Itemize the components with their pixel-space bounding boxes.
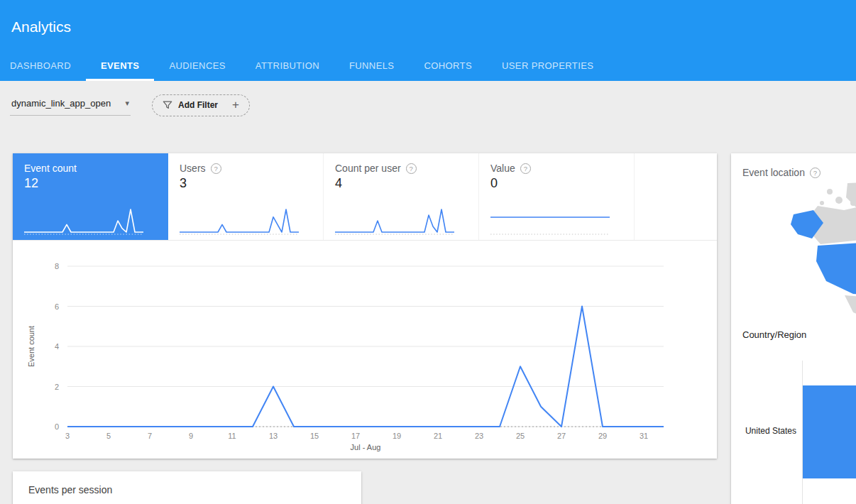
arctic-island-shape xyxy=(835,197,843,204)
app-header: Analytics DASHBOARD EVENTS AUDIENCES ATT… xyxy=(0,0,856,81)
arctic-island-shape xyxy=(827,189,833,195)
svg-text:9: 9 xyxy=(189,432,193,440)
united-states-shape xyxy=(816,241,856,298)
svg-text:15: 15 xyxy=(310,432,319,440)
metric-label: Users xyxy=(180,163,206,174)
metric-tabs: Event count ? 12 Users ? 3 Count per use… xyxy=(13,153,717,241)
svg-text:27: 27 xyxy=(557,432,566,440)
metric-label: Event count xyxy=(24,163,77,174)
metric-label: Value xyxy=(490,163,515,174)
metric-tab-count-per-user[interactable]: Count per user ? 4 xyxy=(324,153,479,240)
filter-bar: dynamic_link_app_open ▾ Add Filter + xyxy=(0,81,856,116)
tab-user-properties[interactable]: USER PROPERTIES xyxy=(487,52,608,81)
sparkline-chart xyxy=(178,203,312,236)
svg-text:31: 31 xyxy=(640,432,648,440)
add-filter-label: Add Filter xyxy=(178,100,218,110)
svg-text:0: 0 xyxy=(55,422,59,431)
metric-tab-users[interactable]: Users ? 3 xyxy=(168,153,324,240)
metric-value: 0 xyxy=(490,176,622,191)
svg-text:19: 19 xyxy=(393,432,401,440)
help-icon[interactable]: ? xyxy=(211,163,221,174)
header-tabs: DASHBOARD EVENTS AUDIENCES ATTRIBUTION F… xyxy=(0,52,608,81)
page: Analytics DASHBOARD EVENTS AUDIENCES ATT… xyxy=(0,0,856,116)
tab-cohorts[interactable]: COHORTS xyxy=(409,52,487,81)
event-count-line-chart: 0246835791113151719212325272931Jul - Aug… xyxy=(13,241,717,459)
tab-attribution[interactable]: ATTRIBUTION xyxy=(241,52,334,81)
metric-value: 3 xyxy=(180,176,312,191)
event-location-title: Event location xyxy=(742,167,805,178)
svg-text:21: 21 xyxy=(434,432,442,440)
help-icon[interactable]: ? xyxy=(810,168,821,178)
country-region-label: Country/Region xyxy=(742,329,806,340)
add-filter-button[interactable]: Add Filter + xyxy=(152,94,250,116)
page-title: Analytics xyxy=(0,0,856,35)
united-states-bar[interactable] xyxy=(803,385,856,478)
event-location-card: Event location ? Country/Region United S… xyxy=(731,153,856,504)
filter-icon xyxy=(163,100,172,110)
arctic-island-shape xyxy=(850,200,856,206)
event-selector-value: dynamic_link_app_open xyxy=(11,98,111,109)
metric-value: 4 xyxy=(335,176,467,191)
svg-text:7: 7 xyxy=(148,432,152,440)
tab-dashboard[interactable]: DASHBOARD xyxy=(0,52,86,81)
event-selector-dropdown[interactable]: dynamic_link_app_open ▾ xyxy=(10,95,131,116)
plus-icon: + xyxy=(232,98,239,112)
svg-text:Jul - Aug: Jul - Aug xyxy=(351,443,381,451)
svg-text:13: 13 xyxy=(269,432,278,440)
svg-text:11: 11 xyxy=(228,432,236,440)
svg-text:6: 6 xyxy=(55,302,59,311)
event-metrics-card: Event count ? 12 Users ? 3 Count per use… xyxy=(13,153,717,459)
metric-label: Count per user xyxy=(335,163,401,174)
tab-audiences[interactable]: AUDIENCES xyxy=(154,52,240,81)
sparkline-chart xyxy=(23,203,156,236)
help-icon[interactable]: ? xyxy=(520,163,531,174)
arctic-island-shape xyxy=(820,201,824,205)
metric-tab-event-count[interactable]: Event count ? 12 xyxy=(13,153,168,240)
svg-text:5: 5 xyxy=(106,432,111,440)
svg-text:8: 8 xyxy=(55,262,59,270)
country-label: United States xyxy=(731,426,796,436)
sparkline-chart xyxy=(489,203,622,236)
chevron-down-icon: ▾ xyxy=(125,99,129,108)
mexico-shape xyxy=(845,295,856,322)
north-america-map xyxy=(777,182,856,324)
svg-text:2: 2 xyxy=(55,383,59,391)
svg-text:29: 29 xyxy=(598,432,607,440)
svg-text:3: 3 xyxy=(65,432,70,440)
events-per-session-card: Events per session xyxy=(13,471,361,504)
events-per-session-title: Events per session xyxy=(13,471,361,495)
metric-value: 12 xyxy=(24,176,156,191)
sparkline-chart xyxy=(334,203,467,236)
metric-tab-value[interactable]: Value ? 0 xyxy=(479,153,635,240)
svg-text:25: 25 xyxy=(516,432,525,440)
svg-text:Event count: Event count xyxy=(27,326,35,367)
tab-events[interactable]: EVENTS xyxy=(86,52,154,81)
svg-text:23: 23 xyxy=(475,432,483,440)
svg-text:4: 4 xyxy=(55,342,59,351)
help-icon[interactable]: ? xyxy=(406,163,417,174)
svg-text:17: 17 xyxy=(351,432,360,440)
tab-funnels[interactable]: FUNNELS xyxy=(334,52,409,81)
